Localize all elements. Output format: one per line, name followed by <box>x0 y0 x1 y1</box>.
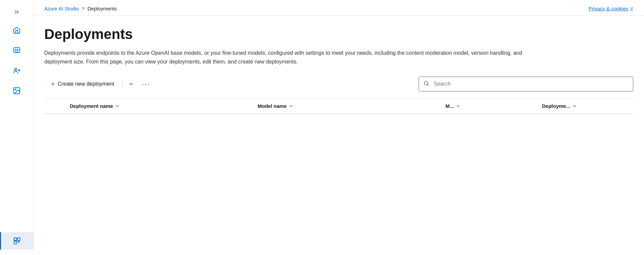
page-title: Deployments <box>44 27 633 42</box>
sidebar-item-images[interactable] <box>0 82 33 99</box>
sidebar-item-deployments-active[interactable] <box>0 232 33 250</box>
svg-rect-10 <box>14 241 17 244</box>
sort-icon <box>456 104 461 109</box>
svg-point-2 <box>17 50 18 51</box>
search-input[interactable] <box>419 77 633 91</box>
privacy-cookies-link[interactable]: Privacy & cookies ↗ <box>589 6 633 11</box>
chevron-down-icon <box>128 81 134 87</box>
search-container <box>419 77 633 91</box>
toolbar-left: + Create new deployment ··· <box>44 77 154 91</box>
sidebar-collapse-button[interactable] <box>0 5 33 19</box>
main-content: Azure AI Studio > Deployments Privacy & … <box>34 0 644 255</box>
table-header: Deployment name Model name M... <box>44 98 633 114</box>
create-deployment-button[interactable]: + Create new deployment <box>44 77 121 91</box>
toolbar: + Create new deployment ··· <box>44 77 633 98</box>
top-bar: Azure AI Studio > Deployments Privacy & … <box>34 0 644 16</box>
svg-point-7 <box>15 89 16 90</box>
plus-icon: + <box>51 80 55 88</box>
sort-icon <box>289 104 293 109</box>
sort-icon <box>115 104 120 109</box>
breadcrumb-separator: > <box>82 5 85 11</box>
svg-rect-8 <box>14 238 17 241</box>
page-content: Deployments Deployments provide endpoint… <box>34 16 644 255</box>
page-description: Deployments provide endpoints to the Azu… <box>44 49 547 66</box>
sidebar <box>0 0 34 255</box>
table-col-deployme[interactable]: Deployme... <box>537 103 633 109</box>
svg-point-1 <box>15 50 16 51</box>
table-col-deployment-name[interactable]: Deployment name <box>64 103 252 109</box>
external-link-icon: ↗ <box>630 6 633 11</box>
sidebar-item-chat[interactable] <box>0 42 33 59</box>
sidebar-item-users[interactable] <box>0 62 33 79</box>
svg-rect-0 <box>14 48 20 52</box>
more-options-button[interactable]: ··· <box>138 77 154 91</box>
svg-rect-9 <box>17 238 20 241</box>
toolbar-divider <box>122 79 123 89</box>
ellipsis-icon: ··· <box>142 80 150 88</box>
table-col-model-name[interactable]: Model name <box>252 103 440 109</box>
sort-icon <box>572 104 577 109</box>
create-dropdown-button[interactable] <box>124 78 138 90</box>
breadcrumb-current-page: Deployments <box>88 6 117 11</box>
breadcrumb-azure-ai-studio-link[interactable]: Azure AI Studio <box>44 6 79 11</box>
table-col-m[interactable]: M... <box>440 103 537 109</box>
breadcrumb: Azure AI Studio > Deployments <box>44 5 117 11</box>
svg-point-3 <box>15 68 17 70</box>
sidebar-item-home[interactable] <box>0 22 33 39</box>
